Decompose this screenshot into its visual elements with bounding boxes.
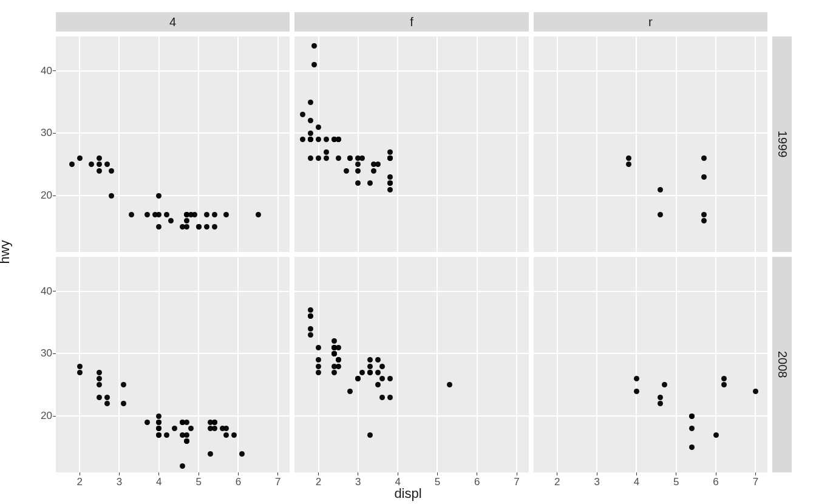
data-point (308, 313, 313, 319)
tick-x: 6 (713, 476, 718, 488)
tickmark-x (716, 472, 716, 475)
data-point (239, 451, 245, 457)
tickmark-x (676, 472, 676, 475)
grid-major-h (294, 70, 528, 72)
grid-major-v (158, 257, 160, 472)
grid-major-v (596, 36, 597, 252)
tickmark-x (755, 472, 756, 475)
tick-x: 5 (673, 476, 679, 488)
facet-col-strip-label: f (410, 15, 413, 29)
data-point (156, 193, 162, 199)
tickmark-x (636, 472, 637, 475)
data-point (97, 168, 102, 174)
grid-major-v (358, 36, 359, 252)
grid-major-v (437, 257, 438, 472)
data-point (379, 376, 385, 381)
data-point (701, 212, 707, 217)
data-point (336, 137, 341, 142)
data-point (658, 401, 663, 406)
grid-major-v (158, 36, 160, 252)
grid-major-v (198, 257, 199, 472)
data-point (156, 420, 162, 425)
facet-col-strip: f (294, 12, 528, 32)
data-point (104, 162, 110, 167)
data-point (69, 162, 75, 167)
data-point (316, 345, 321, 350)
data-point (223, 212, 229, 217)
data-point (256, 212, 261, 217)
grid-major-h (294, 195, 528, 196)
data-point (701, 218, 707, 223)
tick-x: 7 (275, 476, 280, 488)
tick-x: 3 (594, 476, 599, 488)
data-point (300, 137, 305, 142)
tickmark-x (158, 472, 159, 475)
data-point (387, 180, 393, 186)
tick-x: 4 (634, 476, 639, 488)
data-point (689, 426, 695, 431)
data-point (701, 155, 707, 161)
tick-y: 30 (41, 347, 56, 359)
grid-major-v (358, 257, 359, 472)
data-point (144, 420, 150, 425)
data-point (359, 155, 365, 161)
tickmark-x (477, 472, 477, 475)
grid-major-h (56, 415, 290, 417)
tick-x: 2 (316, 476, 321, 488)
data-point (447, 382, 452, 387)
data-point (121, 382, 126, 387)
data-point (387, 187, 393, 192)
data-point (721, 376, 727, 381)
data-point (77, 364, 83, 369)
tick-x: 4 (156, 476, 162, 488)
data-point (355, 162, 361, 167)
data-point (689, 414, 695, 419)
data-point (367, 370, 373, 375)
data-point (689, 444, 695, 450)
data-point (196, 224, 202, 230)
tick-x: 3 (117, 476, 122, 488)
data-point (104, 401, 110, 406)
grid-major-v (277, 36, 279, 252)
data-point (97, 155, 102, 161)
data-point (634, 389, 639, 394)
grid-major-v (596, 257, 597, 472)
grid-major-v (516, 36, 517, 252)
data-point (156, 432, 162, 438)
tick-x: 3 (355, 476, 361, 488)
data-point (658, 187, 663, 192)
scatter-panel: 203040 (56, 36, 290, 252)
data-point (626, 155, 631, 161)
grid-major-h (534, 132, 767, 134)
data-point (121, 401, 126, 406)
data-point (172, 426, 177, 431)
tickmark-x (517, 472, 517, 475)
data-point (184, 420, 189, 425)
data-point (156, 224, 162, 230)
facet-grid: 4fr2030401999234567203040234567234567200… (56, 12, 792, 472)
grid-major-v (118, 257, 120, 472)
data-point (324, 149, 329, 155)
data-point (658, 395, 663, 400)
grid-major-h (294, 415, 528, 417)
grid-major-v (477, 257, 478, 472)
data-point (371, 168, 376, 174)
data-point (336, 357, 341, 363)
data-point (308, 100, 313, 105)
scatter-panel: 234567 (534, 257, 767, 472)
data-point (347, 155, 353, 161)
data-point (164, 212, 169, 217)
data-point (332, 351, 337, 356)
data-point (212, 426, 217, 431)
tick-x: 2 (76, 476, 82, 488)
grid-major-h (56, 195, 290, 196)
grid-major-v (755, 36, 756, 252)
data-point (184, 218, 189, 223)
tickmark-x (318, 472, 319, 475)
grid-major-h (56, 70, 290, 72)
data-point (367, 364, 373, 369)
data-point (308, 332, 313, 338)
data-point (634, 376, 639, 381)
data-point (336, 364, 341, 369)
data-point (308, 137, 313, 142)
